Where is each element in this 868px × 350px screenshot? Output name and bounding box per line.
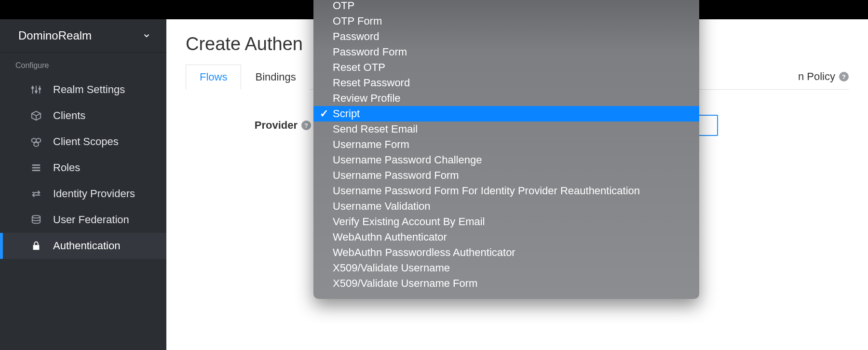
provider-option-label: Username Validation [333, 200, 431, 213]
sidebar-item-label: Client Scopes [53, 135, 119, 148]
provider-option[interactable]: OTP Form [313, 13, 699, 29]
tab-bindings[interactable]: Bindings [241, 65, 310, 90]
sidebar-item-user-federation: User Federation [0, 207, 166, 233]
provider-option[interactable]: Password [313, 29, 699, 44]
provider-option[interactable]: Reset Password [313, 75, 699, 91]
svg-point-9 [32, 215, 41, 218]
sidebar-section-title: Configure [0, 53, 166, 77]
provider-option[interactable]: Verify Existing Account By Email [313, 214, 699, 229]
sidebar-link[interactable]: Identity Providers [0, 181, 166, 207]
provider-option-label: X509/Validate Username [333, 262, 450, 274]
provider-option-label: Username Form [333, 138, 409, 151]
provider-option-label: X509/Validate Username Form [333, 277, 477, 290]
lock-icon [30, 240, 42, 252]
provider-option[interactable]: Review Profile [313, 91, 699, 106]
provider-option-label: Review Profile [333, 92, 401, 105]
provider-option[interactable]: Username Password Form For Identity Prov… [313, 183, 699, 199]
provider-option[interactable]: Send Reset Email [313, 121, 699, 137]
cube-icon [30, 109, 42, 122]
provider-option-label: Username Password Challenge [333, 154, 482, 166]
provider-option-label: WebAuthn Passwordless Authenticator [333, 246, 515, 259]
sidebar-item-authentication: Authentication [0, 233, 166, 259]
sidebar-item-label: Clients [53, 109, 85, 122]
tab-flows[interactable]: Flows [186, 65, 241, 90]
sidebar-link[interactable]: Realm Settings [0, 77, 166, 103]
sidebar-nav: Realm Settings Clients Client Scopes [0, 77, 166, 259]
realm-name: DominoRealm [18, 29, 92, 42]
provider-option-label: OTP Form [333, 15, 382, 27]
sidebar-item-label: Realm Settings [53, 83, 125, 96]
provider-option[interactable]: WebAuthn Passwordless Authenticator [313, 245, 699, 260]
help-icon[interactable]: ? [839, 72, 849, 81]
chevron-down-icon [142, 31, 151, 40]
provider-option-label: OTP [333, 0, 354, 12]
sidebar-link[interactable]: Client Scopes [0, 129, 166, 155]
provider-option[interactable]: Reset OTP [313, 60, 699, 75]
provider-option-label: Reset Password [333, 77, 410, 89]
sidebar-link[interactable]: User Federation [0, 207, 166, 233]
cubes-icon [30, 135, 42, 148]
provider-option[interactable]: ✓Script [313, 106, 699, 121]
provider-option[interactable]: Username Password Form [313, 168, 699, 183]
provider-option[interactable]: OTP [313, 0, 699, 13]
provider-option-label: Password Form [333, 46, 407, 58]
svg-point-5 [39, 88, 41, 90]
svg-point-3 [32, 87, 34, 89]
provider-dropdown-list: KerberosOTPOTP FormPasswordPassword Form… [313, 0, 699, 295]
sidebar-item-label: Identity Providers [53, 188, 135, 200]
help-icon[interactable]: ? [301, 121, 311, 130]
provider-option[interactable]: WebAuthn Authenticator [313, 229, 699, 245]
sidebar-item-client-scopes: Client Scopes [0, 129, 166, 155]
sidebar-item-clients: Clients [0, 103, 166, 129]
provider-option[interactable]: X509/Validate Username Form [313, 276, 699, 291]
provider-option-label: Verify Existing Account By Email [333, 215, 485, 228]
provider-option[interactable]: Username Form [313, 137, 699, 152]
provider-option[interactable]: Password Form [313, 44, 699, 60]
tab-trailing-label: n Policy [798, 70, 835, 83]
provider-option-label: Reset OTP [333, 61, 385, 74]
provider-option[interactable]: X509/Validate Username [313, 260, 699, 276]
check-icon: ✓ [319, 108, 329, 120]
sidebar-link[interactable]: Authentication [0, 233, 166, 259]
provider-dropdown[interactable]: KerberosOTPOTP FormPasswordPassword Form… [313, 0, 699, 299]
provider-option-label: WebAuthn Authenticator [333, 231, 447, 243]
provider-option[interactable]: Username Validation [313, 199, 699, 214]
list-icon [30, 162, 42, 174]
provider-option-label: Username Password Form [333, 169, 459, 182]
sidebar-item-identity-providers: Identity Providers [0, 181, 166, 207]
tab-trailing-fragment[interactable]: n Policy ? [798, 64, 849, 89]
provider-option-label: Password [333, 30, 380, 43]
sidebar-link[interactable]: Roles [0, 155, 166, 181]
provider-label-wrap: Provider ? [186, 119, 311, 132]
sidebar-link[interactable]: Clients [0, 103, 166, 129]
sidebar-item-label: Authentication [53, 240, 120, 252]
svg-point-4 [35, 91, 37, 93]
exchange-icon [30, 188, 42, 200]
provider-option-label: Script [333, 108, 360, 120]
realm-selector[interactable]: DominoRealm [0, 19, 166, 53]
provider-label: Provider [255, 119, 298, 132]
sliders-icon [30, 83, 42, 96]
sidebar-item-label: User Federation [53, 214, 129, 226]
provider-option-label: Username Password Form For Identity Prov… [333, 185, 640, 197]
database-icon [30, 214, 42, 226]
sidebar-item-realm-settings: Realm Settings [0, 77, 166, 103]
sidebar-item-roles: Roles [0, 155, 166, 181]
sidebar: DominoRealm Configure Realm Settings [0, 19, 166, 350]
provider-option[interactable]: Username Password Challenge [313, 152, 699, 168]
provider-option-label: Send Reset Email [333, 123, 418, 135]
sidebar-item-label: Roles [53, 162, 80, 174]
